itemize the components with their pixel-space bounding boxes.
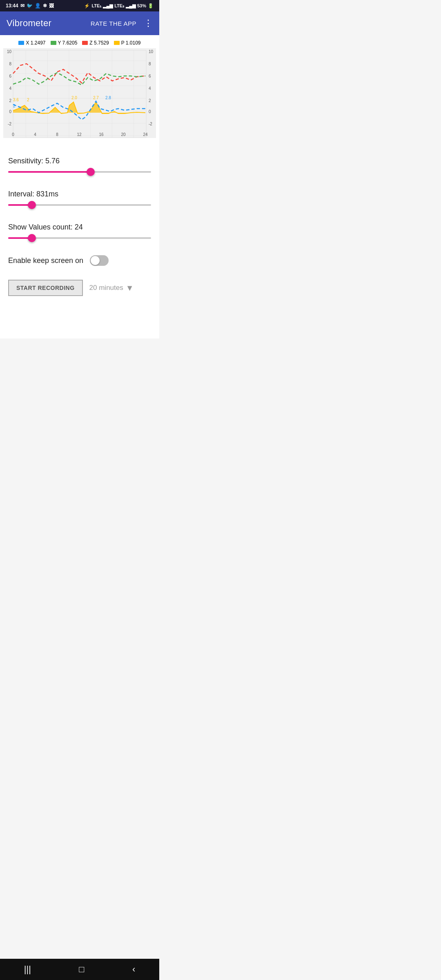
keep-screen-row: Enable keep screen on [8, 247, 151, 276]
interval-slider-container[interactable] [8, 204, 151, 206]
chart-legend: X 1.2497 Y 7.6205 Z 5.7529 P 1.0109 [2, 38, 158, 48]
status-right: ⚡ LTE₁ ▂▄▆ LTE₂ ▂▄▆ 53% 🔋 [84, 3, 154, 9]
bluetooth-icon: ⚡ [84, 3, 90, 9]
lte1-icon: LTE₁ [91, 3, 101, 9]
app-title: Vibrometer [7, 18, 51, 29]
signal1-icon: ▂▄▆ [103, 3, 113, 9]
svg-text:6: 6 [9, 74, 11, 78]
sensitivity-slider-track[interactable] [8, 171, 151, 173]
battery-icon: 🔋 [148, 3, 154, 9]
duration-label: 20 minutes [89, 284, 123, 292]
sensitivity-slider-thumb[interactable] [87, 168, 95, 176]
svg-text:10: 10 [7, 49, 12, 54]
svg-text:2: 2 [9, 98, 11, 103]
svg-text:10: 10 [149, 49, 154, 54]
legend-z-label: Z 5.7529 [89, 40, 109, 46]
svg-text:2: 2 [13, 104, 16, 108]
sensitivity-slider-fill [8, 171, 91, 173]
avatar-icon: 👤 [35, 3, 41, 9]
duration-select[interactable]: 20 minutes ▼ [89, 283, 134, 293]
legend-y-color [51, 41, 56, 45]
rate-app-button[interactable]: RATE THE APP [91, 20, 136, 27]
legend-p-color [114, 41, 120, 45]
more-options-icon[interactable]: ⋮ [144, 19, 153, 28]
show-values-slider-thumb[interactable] [28, 234, 36, 242]
legend-y: Y 7.6205 [51, 40, 78, 46]
svg-text:4: 4 [149, 86, 151, 91]
show-values-slider-track[interactable] [8, 237, 151, 239]
svg-text:2.8: 2.8 [105, 96, 111, 100]
svg-text:24: 24 [143, 132, 148, 137]
battery-display: 53% [137, 3, 146, 8]
svg-text:-2: -2 [149, 122, 152, 126]
svg-text:2: 2 [27, 98, 29, 102]
svg-text:2.0: 2.0 [71, 96, 77, 100]
sensitivity-label: Sensitivity: 5.76 [8, 148, 151, 171]
keep-screen-label: Enable keep screen on [8, 256, 83, 265]
svg-text:2.7: 2.7 [93, 96, 99, 100]
interval-slider-track[interactable] [8, 204, 151, 206]
signal2-icon: ▂▄▆ [126, 3, 136, 9]
chart-section: X 1.2497 Y 7.6205 Z 5.7529 P 1.0109 [0, 35, 159, 148]
lte2-icon: LTE₂ [114, 3, 124, 9]
app-bar: Vibrometer RATE THE APP ⋮ [0, 11, 159, 35]
svg-text:0: 0 [9, 109, 11, 114]
svg-text:0: 0 [149, 109, 151, 114]
snowflake-icon: ❄ [43, 3, 47, 9]
status-left: 13:44 ✉ 🐦 👤 ❄ 🖼 [6, 3, 54, 9]
mail-icon: ✉ [20, 3, 24, 9]
legend-p: P 1.0109 [114, 40, 141, 46]
interval-label: Interval: 831ms [8, 181, 151, 204]
svg-rect-0 [13, 50, 146, 138]
svg-text:4: 4 [9, 86, 11, 91]
svg-text:3.6: 3.6 [13, 98, 19, 102]
chevron-down-icon: ▼ [126, 283, 134, 293]
svg-text:0: 0 [12, 132, 14, 137]
legend-x-label: X 1.2497 [26, 40, 45, 46]
legend-z: Z 5.7529 [82, 40, 109, 46]
legend-z-color [82, 41, 88, 45]
show-values-slider-container[interactable] [8, 237, 151, 239]
toggle-knob [91, 256, 100, 265]
svg-text:8: 8 [9, 62, 11, 66]
svg-text:8: 8 [56, 132, 58, 137]
legend-p-label: P 1.0109 [121, 40, 141, 46]
bottom-spacer [8, 306, 151, 339]
show-values-label: Show Values count: 24 [8, 214, 151, 237]
keep-screen-toggle[interactable] [90, 255, 109, 266]
recording-row: START RECORDING 20 minutes ▼ [8, 276, 151, 306]
svg-text:6: 6 [149, 74, 151, 78]
legend-x-color [18, 41, 24, 45]
chart-wrapper: 10 8 6 4 2 0 -2 10 8 6 4 2 0 -2 0 4 8 12… [2, 48, 158, 146]
svg-text:-2: -2 [8, 122, 11, 126]
legend-x: X 1.2497 [18, 40, 45, 46]
svg-text:8: 8 [149, 62, 151, 66]
svg-text:4: 4 [34, 132, 36, 137]
svg-text:20: 20 [121, 132, 126, 137]
legend-y-label: Y 7.6205 [58, 40, 78, 46]
start-recording-button[interactable]: START RECORDING [8, 280, 83, 296]
svg-text:16: 16 [99, 132, 104, 137]
svg-text:12: 12 [77, 132, 82, 137]
twitter-icon: 🐦 [27, 3, 33, 9]
app-bar-actions: RATE THE APP ⋮ [91, 19, 153, 28]
interval-slider-thumb[interactable] [28, 201, 36, 209]
image-icon: 🖼 [49, 3, 54, 9]
status-bar: 13:44 ✉ 🐦 👤 ❄ 🖼 ⚡ LTE₁ ▂▄▆ LTE₂ ▂▄▆ 53% … [0, 0, 159, 11]
svg-text:2: 2 [149, 98, 151, 103]
settings-content: Sensitivity: 5.76 Interval: 831ms Show V… [0, 148, 159, 339]
chart-svg: 10 8 6 4 2 0 -2 10 8 6 4 2 0 -2 0 4 8 12… [3, 48, 156, 138]
sensitivity-slider-container[interactable] [8, 171, 151, 173]
time-display: 13:44 [6, 3, 18, 9]
